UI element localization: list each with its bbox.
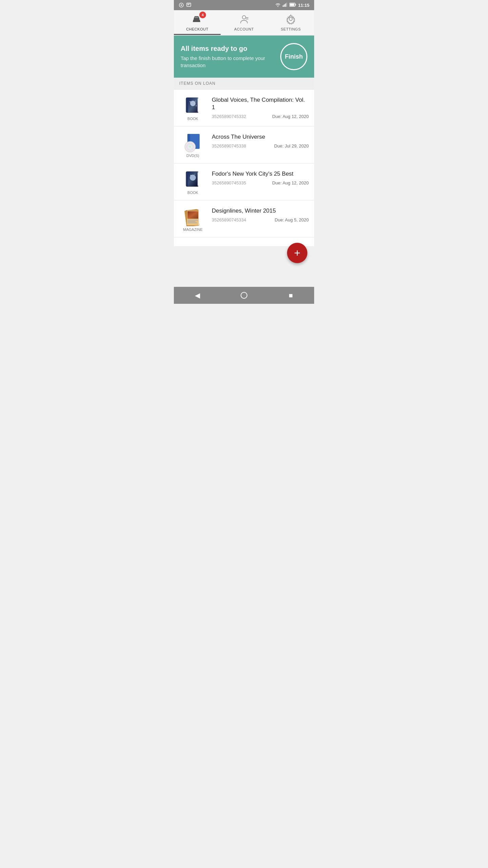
item-meta-1: 35265890745332 Due: Aug 12, 2020 [212,114,309,119]
item-details-3: Fodor's New York City's 25 Best 35265890… [212,169,309,185]
item-type-label-2: DVD(s) [186,154,199,158]
item-title-1: Global Voices, The Compilation: Vol. 1 [212,96,309,111]
svg-rect-5 [283,5,284,7]
home-button[interactable] [237,289,251,302]
items-on-loan-header: ITEMS ON LOAN [174,78,314,90]
item-due-3: Due: Aug 12, 2020 [272,180,309,185]
svg-rect-24 [186,98,188,113]
svg-rect-18 [197,17,198,18]
item-title-4: Designlines, Winter 2015 [212,207,309,215]
svg-rect-7 [285,3,286,7]
loan-item-list: BOOK Global Voices, The Compilation: Vol… [174,90,314,246]
item-type-label-4: MAGAZINE [183,228,202,232]
loan-item: BOOK Global Voices, The Compilation: Vol… [174,90,314,126]
item-barcode-1: 35265890745332 [212,114,246,119]
settings-tab-label: SETTINGS [281,27,301,31]
svg-point-22 [289,18,292,21]
svg-point-29 [196,105,197,106]
svg-point-39 [190,146,190,147]
svg-point-19 [242,16,246,19]
dvd-icon-2 [183,132,203,152]
item-title-3: Fodor's New York City's 25 Best [212,170,309,178]
tab-settings[interactable]: SETTINGS [267,10,314,35]
svg-rect-30 [198,98,199,112]
time-display: 11:15 [298,3,309,8]
magazine-icon-4 [183,206,203,226]
svg-rect-11 [290,3,294,6]
item-barcode-3: 35265890745335 [212,180,246,185]
battery-icon [289,3,296,8]
item-type-label-1: BOOK [187,117,198,121]
item-details-1: Global Voices, The Compilation: Vol. 1 3… [212,95,309,119]
svg-rect-46 [198,172,199,186]
banner-subtitle: Tap the finish button to complete your t… [181,55,275,69]
checkout-badge: 4 [199,12,206,18]
banner-text-area: All items ready to go Tap the finish but… [181,45,275,69]
bottom-navigation: ◀ ■ [174,287,314,304]
item-due-2: Due: Jul 29, 2020 [274,143,309,149]
item-thumb-3: BOOK [179,169,206,195]
item-meta-4: 35265890745334 Due: Aug 5, 2020 [212,217,309,222]
book-icon-3 [183,169,203,189]
recent-button[interactable]: ■ [284,289,298,302]
svg-rect-53 [187,221,196,222]
banner-title: All items ready to go [181,45,275,53]
svg-rect-52 [187,220,198,220]
checkout-icon [192,20,203,25]
item-meta-2: 35265890745338 Due: Jul 29, 2020 [212,143,309,149]
item-thumb-4: MAGAZINE [179,206,206,232]
svg-point-56 [241,292,247,298]
svg-rect-55 [199,211,199,225]
status-bar: 11:15 [174,0,314,10]
item-barcode-2: 35265890745338 [212,143,246,149]
item-due-1: Due: Aug 12, 2020 [272,114,309,119]
settings-icon [285,20,296,25]
signal-icon [283,3,287,8]
item-thumb-2: DVD(s) [179,132,206,158]
fab-area: + [174,246,314,287]
svg-rect-17 [196,17,197,18]
item-details-4: Designlines, Winter 2015 35265890745334 … [212,206,309,222]
item-meta-3: 35265890745335 Due: Aug 12, 2020 [212,180,309,185]
item-thumb-1: BOOK [179,95,206,121]
ready-banner: All items ready to go Tap the finish but… [174,36,314,78]
book-icon-1 [183,95,203,115]
checkout-tab-label: CHECKOUT [186,27,208,31]
svg-rect-51 [187,211,198,219]
tab-account[interactable]: ACCOUNT [221,10,267,35]
svg-rect-3 [187,4,190,4]
svg-rect-10 [295,4,296,5]
svg-rect-16 [195,17,196,18]
item-type-label-3: BOOK [187,191,198,195]
item-details-2: Across The Universe 35265890745338 Due: … [212,132,309,149]
status-icons-right: 11:15 [275,3,309,8]
status-icons-left [179,2,191,8]
svg-rect-41 [186,172,188,186]
svg-rect-54 [187,222,197,223]
account-tab-label: ACCOUNT [234,27,254,31]
svg-rect-15 [193,21,200,22]
tab-bar: 4 CHECKOUT ACCOUNT [174,10,314,36]
loan-item: MAGAZINE Designlines, Winter 2015 352658… [174,200,314,237]
notification-icon [186,2,191,8]
finish-button[interactable]: Finish [280,43,307,70]
item-barcode-4: 35265890745334 [212,217,246,222]
svg-point-44 [190,175,191,176]
checkout-tab-icon-wrap: 4 [192,14,203,26]
svg-point-27 [190,101,191,102]
svg-point-28 [195,101,196,101]
tab-checkout[interactable]: 4 CHECKOUT [174,10,221,35]
svg-rect-6 [284,4,285,7]
back-button[interactable]: ◀ [190,289,204,302]
svg-point-26 [190,101,196,106]
wifi-icon [275,3,281,8]
item-due-4: Due: Aug 5, 2020 [275,217,309,222]
account-icon [239,20,249,25]
svg-point-1 [181,4,182,6]
sim-icon [179,2,184,8]
loan-item: DVD(s) Across The Universe 3526589074533… [174,126,314,163]
item-title-2: Across The Universe [212,133,309,141]
svg-rect-4 [187,5,189,5]
account-tab-icon-wrap [239,14,249,26]
add-item-fab[interactable]: + [287,243,307,263]
